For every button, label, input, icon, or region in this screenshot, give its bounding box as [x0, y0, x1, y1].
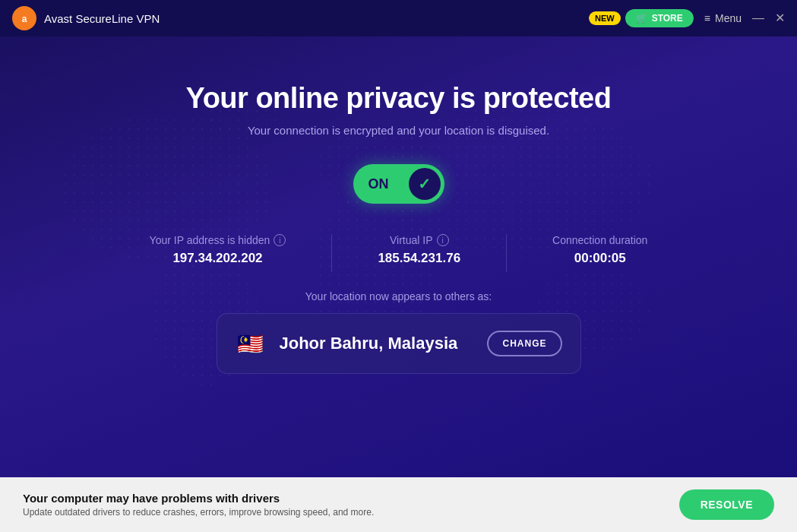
toggle-knob: ✓ — [409, 168, 441, 200]
location-name: Johor Bahru, Malaysia — [280, 334, 474, 353]
location-appears-label: Your location now appears to others as: — [305, 290, 492, 302]
vpn-toggle[interactable]: ON ✓ — [353, 164, 444, 204]
svg-text:a: a — [22, 14, 27, 24]
virtual-ip-value: 185.54.231.76 — [378, 251, 460, 266]
main-headline: Your online privacy is protected — [186, 82, 612, 115]
minimize-button[interactable]: — — [752, 12, 764, 24]
titlebar: a Avast SecureLine VPN NEW 🛒 STORE ≡ Men… — [0, 0, 797, 36]
close-button[interactable]: ✕ — [775, 12, 785, 24]
notification-title: Your computer may have problems with dri… — [23, 492, 679, 505]
ip-info-row: Your IP address is hidden i 197.34.202.2… — [150, 234, 648, 272]
titlebar-right: NEW 🛒 STORE ≡ Menu — ✕ — [589, 9, 785, 27]
menu-button[interactable]: ≡ Menu — [704, 12, 742, 24]
virtual-ip-block: Virtual IP i 185.54.231.76 — [378, 234, 460, 266]
cart-icon: 🛒 — [636, 13, 647, 24]
avast-logo-icon: a — [12, 6, 36, 30]
notification-bar: Your computer may have problems with dri… — [0, 477, 797, 532]
ip-address-block: Your IP address is hidden i 197.34.202.2… — [150, 234, 286, 266]
connection-duration-value: 00:00:05 — [552, 251, 647, 266]
hamburger-icon: ≡ — [704, 12, 710, 24]
vpn-toggle-container: ON ✓ — [353, 164, 444, 204]
resolve-button[interactable]: RESOLVE — [679, 489, 774, 520]
store-button[interactable]: 🛒 STORE — [625, 9, 694, 27]
notification-subtitle: Update outdated drivers to reduce crashe… — [23, 507, 679, 518]
main-content: Your online privacy is protected Your co… — [0, 36, 797, 477]
ip-divider — [331, 234, 332, 272]
toggle-on-label: ON — [368, 176, 389, 192]
malaysia-flag-icon: 🇲🇾 — [236, 328, 266, 359]
notification-text: Your computer may have problems with dri… — [23, 492, 679, 518]
main-content-inner: Your online privacy is protected Your co… — [0, 36, 797, 374]
app-name: Avast SecureLine VPN — [44, 12, 160, 25]
app-logo: a Avast SecureLine VPN — [12, 6, 160, 30]
window-controls: — ✕ — [752, 12, 785, 24]
ip-address-value: 197.34.202.202 — [150, 251, 286, 266]
ip-info-icon[interactable]: i — [274, 234, 286, 246]
connection-duration-block: Connection duration 00:00:05 — [552, 234, 647, 266]
location-card: 🇲🇾 Johor Bahru, Malaysia CHANGE — [217, 313, 581, 374]
main-subheadline: Your connection is encrypted and your lo… — [248, 124, 549, 137]
change-location-button[interactable]: CHANGE — [487, 331, 561, 356]
connection-duration-label: Connection duration — [552, 234, 647, 246]
ip-divider-2 — [506, 234, 507, 272]
virtual-ip-label: Virtual IP i — [378, 234, 460, 246]
new-tag: NEW — [589, 11, 621, 25]
checkmark-icon: ✓ — [418, 175, 431, 193]
virtual-ip-info-icon[interactable]: i — [437, 234, 449, 246]
store-badge: NEW 🛒 STORE — [589, 9, 694, 27]
ip-address-label: Your IP address is hidden i — [150, 234, 286, 246]
